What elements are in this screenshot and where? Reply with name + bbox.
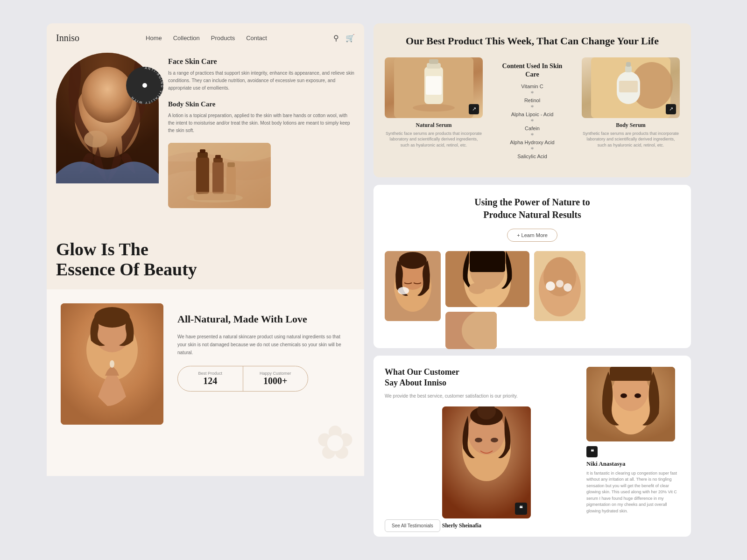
svg-rect-44 [479, 278, 483, 290]
stat-happy-value: 1000+ [251, 376, 301, 386]
hero-content: ANTI-AGING VITALITY WITH Face Skin Care … [56, 53, 355, 208]
product2-arrow-btn[interactable]: ↗ [666, 104, 676, 114]
testimonial-section: What Our Customer Say About Inniso We pr… [374, 356, 691, 537]
cart-icon[interactable]: 🛒 [345, 34, 355, 42]
product-bottles-image [168, 143, 271, 208]
natural-heading: All-Natural, Made With Love [177, 313, 350, 326]
customer2-name: Niki Anastasya [586, 460, 680, 468]
ingredient-6: Salicylic Acid [495, 154, 570, 159]
svg-rect-11 [215, 155, 221, 159]
svg-point-27 [413, 104, 455, 112]
testimonial-heading: What Our Customer Say About Inniso [385, 367, 577, 389]
nav-icons: ⚲ 🛒 [333, 34, 355, 42]
customer1-quote-badge: ❝ [515, 503, 527, 515]
natural-section: ✿ [47, 289, 364, 476]
natural-text: All-Natural, Made With Love We have pres… [177, 303, 350, 392]
svg-point-43 [469, 283, 486, 294]
natural-model-image [61, 303, 163, 425]
product-card-2: ↗ Body Serum Synthetic face serums are p… [582, 57, 680, 148]
ingredient-2: Retinol [495, 98, 570, 103]
svg-rect-42 [470, 251, 505, 272]
hero-section: Inniso Home Collection Products Contact … [47, 23, 364, 289]
stat-best-value: 124 [185, 376, 235, 386]
svg-point-59 [491, 438, 498, 442]
stats-row: Best Product 124 Happy Customer 1000+ [177, 366, 308, 392]
customer2-quote-badge: ❝ [586, 446, 598, 457]
nature-section: Using the Power of Nature to Produce Nat… [374, 185, 691, 348]
ingredient-1: Vitamin C [495, 84, 570, 89]
nav-home[interactable]: Home [146, 35, 162, 42]
nav-contact[interactable]: Contact [246, 35, 267, 42]
svg-point-37 [399, 252, 427, 269]
nav-collection[interactable]: Collection [173, 35, 200, 42]
face-care-heading: Face Skin Care [168, 57, 355, 66]
customer2-image [586, 367, 675, 441]
svg-text:ANTI-AGING VITALITY WITH: ANTI-AGING VITALITY WITH [130, 67, 163, 104]
circular-badge: ANTI-AGING VITALITY WITH [126, 67, 163, 104]
nature-image-3 [445, 312, 497, 349]
stat-happy-customer: Happy Customer 1000+ [243, 366, 308, 391]
natural-description: We have presented a natural skincare pro… [177, 333, 350, 357]
product2-name: Body Serum [582, 122, 680, 129]
best-product-heading: Our Best Product This Week, That Can Cha… [385, 35, 680, 48]
nature-image-4 [534, 251, 585, 321]
learn-more-button[interactable]: + Learn More [507, 229, 557, 242]
brand-logo: Inniso [56, 33, 79, 43]
customer1-card: ❝ Sherly Sheinafia [442, 406, 531, 529]
svg-point-50 [546, 281, 555, 291]
nature-image-2 [445, 251, 529, 307]
svg-rect-6 [196, 157, 209, 194]
svg-point-51 [556, 280, 564, 287]
nature-heading-line2: Produce Natural Results [483, 210, 581, 220]
svg-rect-8 [200, 149, 205, 153]
svg-rect-31 [625, 66, 632, 72]
testimonial-subtitle: We provide the best service, customer sa… [385, 392, 577, 400]
svg-point-21 [110, 360, 114, 368]
hero-text-block: Face Skin Care Is a range of practices t… [168, 53, 355, 208]
svg-point-58 [475, 438, 482, 442]
svg-rect-33 [619, 81, 638, 92]
dot-1: * [495, 90, 570, 98]
svg-rect-15 [194, 192, 236, 200]
product1-desc: Synthetic face serums are products that … [385, 131, 483, 148]
body-care-heading: Body Skin Care [168, 100, 355, 108]
svg-rect-13 [227, 162, 235, 167]
product-image-1: ↗ [385, 57, 483, 118]
headline-line2: Essence Of Beauty [56, 259, 197, 279]
search-icon[interactable]: ⚲ [333, 34, 339, 42]
customer2-review: It is fantastic in clearing up congestio… [586, 470, 680, 515]
svg-point-52 [564, 283, 572, 292]
product1-arrow-btn[interactable]: ↗ [469, 104, 479, 114]
svg-point-38 [398, 287, 409, 294]
svg-rect-64 [610, 367, 652, 381]
nature-center-col [445, 251, 529, 349]
see-all-testimonials-button[interactable]: See All Testimonials [385, 519, 440, 532]
headline-line1: Glow Is The [56, 239, 148, 259]
svg-rect-12 [226, 166, 236, 194]
product-grid: ↗ Natural Serum Synthetic face serums ar… [385, 57, 680, 165]
nav-products[interactable]: Products [211, 35, 235, 42]
customer1-name: Sherly Sheinafia [442, 522, 531, 529]
right-panel: Our Best Product This Week, That Can Cha… [374, 23, 691, 537]
body-care-text: A lotion is a topical preparation, appli… [168, 112, 355, 134]
nature-image-1 [385, 251, 441, 321]
svg-point-65 [620, 393, 627, 398]
face-care-text: Is a range of practices that support ski… [168, 70, 355, 92]
ingredients-column: Content Used In Skin Care Vitamin C * Re… [490, 57, 574, 165]
dot-5: * [495, 146, 570, 154]
ingredients-heading: Content Used In Skin Care [495, 62, 570, 79]
testimonial-right: ❝ Niki Anastasya It is fantastic in clea… [586, 367, 680, 525]
stat-happy-label: Happy Customer [251, 371, 301, 376]
nature-heading: Using the Power of Nature to Produce Nat… [385, 196, 680, 221]
nav-links: Home Collection Products Contact [146, 35, 267, 42]
dot-3: * [495, 118, 570, 126]
product-image-2: ↗ [582, 57, 680, 118]
navbar: Inniso Home Collection Products Contact … [56, 33, 355, 43]
ingredient-3: Alpha Lipoic - Acid [495, 112, 570, 117]
product-card-1: ↗ Natural Serum Synthetic face serums ar… [385, 57, 483, 148]
natural-content: All-Natural, Made With Love We have pres… [61, 303, 350, 425]
svg-point-2 [82, 67, 133, 123]
best-product-section: Our Best Product This Week, That Can Cha… [374, 23, 691, 177]
stat-best-product: Best Product 124 [178, 366, 243, 391]
svg-point-3 [84, 131, 107, 147]
